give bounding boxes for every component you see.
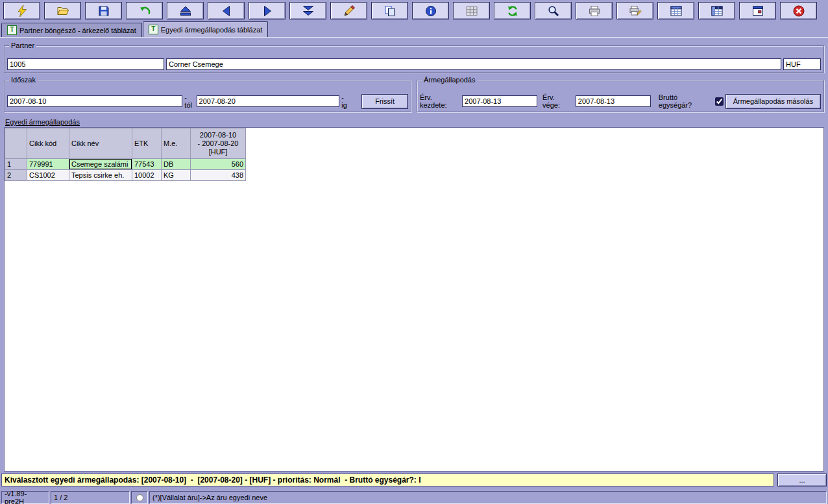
toolbar-button-prev[interactable] xyxy=(208,2,245,19)
page-indicator-panel: 1 / 2 xyxy=(51,491,130,504)
toolbar-button-undo[interactable] xyxy=(126,2,163,19)
arrow-left-icon xyxy=(220,5,233,18)
row-number-cell[interactable]: 2 xyxy=(5,170,27,181)
partner-name-input[interactable] xyxy=(166,58,781,70)
toolbar-button-print-setup[interactable] xyxy=(616,2,653,19)
selection-status-row: Kiválasztott egyedi ármegállapodás: [200… xyxy=(1,474,827,486)
copy-agreement-button[interactable]: Ármegállapodás másolás xyxy=(725,94,821,109)
note-panel: (*)[Vállalat áru]->Az áru egyedi neve xyxy=(149,491,827,504)
toolbar-button-windows[interactable] xyxy=(739,2,776,19)
table-cell[interactable]: CS1002 xyxy=(27,170,69,181)
from-suffix-label: -tól xyxy=(184,93,194,109)
printer-icon xyxy=(588,5,601,18)
row-number-header[interactable] xyxy=(5,128,27,159)
table-grid-dark-icon xyxy=(711,5,724,18)
price-table-header-row: Cikk kódCikk névETKM.e.2007-08-10 - 2007… xyxy=(5,128,246,159)
toolbar-button-lightning[interactable] xyxy=(3,2,40,19)
tab-strip: T Partner böngésző - árkezelő táblázat T… xyxy=(0,21,828,38)
end-date-input[interactable] xyxy=(576,95,651,107)
toolbar-button-refresh[interactable] xyxy=(494,2,531,19)
to-suffix-label: -ig xyxy=(341,93,349,109)
undo-arrow-icon xyxy=(138,5,151,18)
price-table-body: 1779991Csemege szalámi77543DB5602CS1002T… xyxy=(5,159,246,181)
column-header[interactable]: 2007-08-10 - 2007-08-20 [HUF] xyxy=(191,128,246,159)
toolbar-button-copy[interactable] xyxy=(371,2,408,19)
row-number-cell[interactable]: 1 xyxy=(5,159,27,170)
date-from-input[interactable] xyxy=(7,95,182,107)
table-cell[interactable]: 779991 xyxy=(27,159,69,170)
edit-pencil-icon xyxy=(343,5,356,18)
tab-label: Egyedi ármegállapodás táblázat xyxy=(161,26,263,34)
table-cell[interactable]: Tepsis csirke eh. xyxy=(69,170,132,181)
app-window: T Partner böngésző - árkezelő táblázat T… xyxy=(0,0,828,504)
table-cell[interactable]: 10002 xyxy=(132,170,162,181)
toolbar-button-print[interactable] xyxy=(576,2,613,19)
refresh-button[interactable]: Frissít xyxy=(361,94,408,109)
table-cell[interactable]: KG xyxy=(162,170,191,181)
version-panel: -v1.89-pre2H xyxy=(1,491,49,504)
version-text: -v1.89-pre2H xyxy=(5,490,46,504)
grid-disabled-icon xyxy=(465,5,478,18)
price-table: Cikk kódCikk névETKM.e.2007-08-10 - 2007… xyxy=(5,128,246,181)
partner-code-input[interactable] xyxy=(7,58,164,70)
exit-icon xyxy=(792,5,805,18)
column-header[interactable]: ETK xyxy=(132,128,162,159)
toolbar-button-search[interactable] xyxy=(535,2,572,19)
selection-status-text: Kiválasztott egyedi ármegállapodás: [200… xyxy=(5,475,421,485)
tab-partner-browser[interactable]: T Partner böngésző - árkezelő táblázat xyxy=(1,23,142,37)
idoszak-group-label: Időszak xyxy=(9,76,38,84)
status-radio[interactable] xyxy=(136,494,143,501)
arrow-right-icon xyxy=(261,5,274,18)
toolbar-button-save[interactable] xyxy=(85,2,122,19)
refresh-icon xyxy=(506,5,519,18)
toolbar-button-table-dark[interactable] xyxy=(698,2,735,19)
table-tab-icon: T xyxy=(149,25,158,34)
table-cell[interactable]: 438 xyxy=(191,170,246,181)
partner-currency-input[interactable] xyxy=(783,58,821,70)
column-header[interactable]: M.e. xyxy=(162,128,191,159)
table-row[interactable]: 2CS1002Tepsis csirke eh.10002KG438 xyxy=(5,170,246,181)
table-cell[interactable]: 77543 xyxy=(132,159,162,170)
table-cell[interactable]: 560 xyxy=(191,159,246,170)
armegallapodas-group-label: Ármegállapodás xyxy=(422,76,478,84)
save-icon xyxy=(97,5,110,18)
toolbar-button-info[interactable] xyxy=(412,2,449,19)
date-to-input[interactable] xyxy=(197,95,340,107)
table-cell[interactable]: Csemege szalámi xyxy=(69,159,132,170)
toolbar xyxy=(0,0,828,21)
toolbar-button-table[interactable] xyxy=(657,2,694,19)
column-header[interactable]: Cikk név xyxy=(69,128,132,159)
search-icon xyxy=(547,5,560,18)
partner-groupbox: Partner xyxy=(4,45,824,73)
eject-up-icon xyxy=(179,5,192,18)
toolbar-button-open[interactable] xyxy=(44,2,81,19)
open-folder-icon xyxy=(56,5,69,18)
armegallapodas-groupbox: Ármegállapodás Érv. kezdete: Érv. vége: … xyxy=(417,80,824,112)
toolbar-button-next[interactable] xyxy=(249,2,286,19)
printer-setup-icon xyxy=(629,5,642,18)
table-row[interactable]: 1779991Csemege szalámi77543DB560 xyxy=(5,159,246,170)
copy-document-icon xyxy=(384,5,396,18)
window-panels-icon xyxy=(751,5,764,18)
gross-checkbox[interactable] xyxy=(715,97,724,106)
lightning-icon xyxy=(16,5,29,18)
end-date-label: Érv. vége: xyxy=(542,93,574,109)
toolbar-button-eject[interactable] xyxy=(167,2,204,19)
toolbar-button-edit[interactable] xyxy=(330,2,367,19)
main-content: Partner Időszak -tól -ig Frissít Ármegál… xyxy=(0,38,828,472)
table-tab-icon: T xyxy=(7,25,17,35)
info-icon xyxy=(424,5,437,18)
start-date-input[interactable] xyxy=(462,95,537,107)
column-header[interactable]: Cikk kód xyxy=(27,128,69,159)
table-section-label[interactable]: Egyedi ármegállapodás xyxy=(5,118,824,126)
bottom-status-bar: -v1.89-pre2H 1 / 2 (*)[Vállalat áru]->Az… xyxy=(1,491,827,504)
partner-group-label: Partner xyxy=(9,42,36,49)
toolbar-button-last[interactable] xyxy=(289,2,326,19)
tab-egyedi-armegallapodas[interactable]: T Egyedi ármegállapodás táblázat xyxy=(143,21,269,37)
tab-label: Partner böngésző - árkezelő táblázat xyxy=(19,27,136,34)
toolbar-button-exit[interactable] xyxy=(780,2,817,19)
table-area: Cikk kódCikk névETKM.e.2007-08-10 - 2007… xyxy=(4,127,824,472)
toolbar-button-grid[interactable] xyxy=(453,2,490,19)
table-cell[interactable]: DB xyxy=(162,159,191,170)
more-button[interactable]: ... xyxy=(777,474,827,486)
